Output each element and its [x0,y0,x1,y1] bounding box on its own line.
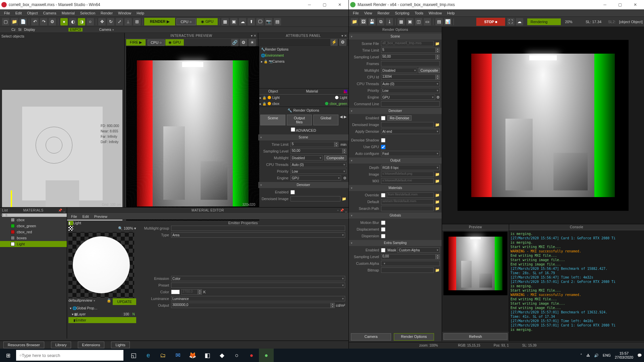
denoised-path[interactable] [290,196,340,201]
menu-window[interactable]: Window [115,10,134,16]
emission-dd[interactable]: Color [171,276,345,281]
prev-icon[interactable]: ◀ [340,115,342,125]
r-cloud-icon[interactable]: ☁ [516,18,523,25]
tray-vol-icon[interactable]: 🔊 [592,353,601,358]
tray-net-icon[interactable]: 🖧 [584,353,592,357]
rmenu-file[interactable]: File [350,10,362,16]
r-close[interactable]: ✕ [628,0,643,9]
render-task-icon[interactable]: ● [259,349,274,362]
mat-cbox[interactable]: cbox [0,217,67,223]
priority-dd[interactable]: Low [290,169,346,174]
menu-edit[interactable]: Edit [13,10,24,16]
search-box[interactable]: ○ [16,350,123,361]
output-input[interactable]: 3000000,0 [171,303,331,308]
browse-icon[interactable]: 📁 [342,197,346,201]
explorer-icon[interactable]: 🗂 [156,349,170,362]
menu-camera[interactable]: Camera [41,10,59,16]
mat-light[interactable]: Light [0,241,67,247]
move-icon[interactable]: ✥ [98,18,106,25]
menu-object[interactable]: Object [24,10,41,16]
tray-lang[interactable]: ENG [601,353,613,357]
tree-layer[interactable]: ▾ ▦ Layer100N [68,311,136,317]
studio-titlebar[interactable]: cornell_box_maxwell.mxs - Maxwell Studio… [0,0,348,9]
tree-render-options[interactable]: 🔧 Render Options [260,46,347,52]
sphere4-icon[interactable]: ○ [87,18,94,25]
r-open-icon[interactable]: 📁 [351,18,358,25]
mail-icon[interactable]: ✉ [170,349,185,362]
new-icon[interactable]: ▢ [2,18,9,25]
render-gpu-button[interactable]: ◉ GPU [197,18,218,25]
bt-extensions[interactable]: Extensions [78,342,105,348]
mat-green[interactable]: cbox_green [0,223,67,229]
mat-red[interactable]: cbox_red [0,229,67,235]
mat-boxes[interactable]: boxes [0,235,67,241]
app3-icon[interactable]: ○ [229,349,244,362]
monitor-icon[interactable]: 🖵 [256,18,264,25]
denoiser-enabled[interactable] [290,190,295,194]
tab-output[interactable]: Output files [287,115,312,125]
advanced-checkbox[interactable] [291,127,295,132]
tab-scene[interactable]: Scene [260,115,285,125]
maximize-button[interactable]: ▢ [317,0,332,9]
engine-dd[interactable]: GPU [290,175,341,181]
color-swatch[interactable] [171,290,180,294]
undo-icon[interactable]: ↶ [31,18,39,25]
r-maximize[interactable]: ▢ [612,0,628,9]
viewport[interactable]: FD: 800.000 Near: 8.655 Far: Infinity Do… [2,90,122,221]
preview-mode-dd[interactable]: defaultpreview [68,298,105,305]
camera-icon[interactable]: 📷 [265,18,272,25]
render-cpu-button[interactable]: CPU ○ [176,18,196,25]
refresh-button[interactable]: Refresh [443,333,507,340]
r-merge-icon[interactable]: ⧉ [377,18,384,25]
footer-camera[interactable]: Camera [351,333,391,341]
r-img-icon[interactable]: 🖼 [360,18,367,25]
me-preview[interactable]: Preview [92,214,110,219]
r-view2-icon[interactable]: ▣ [406,18,414,25]
r-crop-icon[interactable]: ◫ [415,18,422,25]
cloud-icon[interactable]: ☁ [239,18,246,25]
start-button[interactable]: ⊞ [0,349,16,362]
axis-icon[interactable]: ⟂ [124,18,132,25]
material-name[interactable]: Light [73,221,136,225]
studio-task-icon[interactable]: ● [244,349,259,362]
rmenu-view[interactable]: View [362,10,375,16]
r-sec-scene[interactable]: Scene [349,34,442,40]
r-view1-icon[interactable]: ▦ [397,18,405,25]
r-region-icon[interactable]: ▭ [424,18,431,25]
app2-icon[interactable]: ◆ [215,349,229,362]
cputhreads-dd[interactable]: Auto (0) [290,162,346,167]
tree-emitter[interactable]: ▮ Emitter [68,317,136,323]
me-edit[interactable]: Edit [80,214,92,219]
r-export-icon[interactable]: ⤓ [386,18,393,25]
redo-icon[interactable]: ↷ [40,18,47,25]
menu-file[interactable]: File [1,10,13,16]
type-dd[interactable]: Area [171,232,345,238]
console[interactable]: is merging.[27/March/2020 15:56:47] Card… [509,230,644,341]
panel-icon[interactable]: ▤ [274,18,281,25]
tree-camera[interactable]: ▸ 🔒 📷 Camera [260,58,347,64]
me-file[interactable]: File [68,214,80,219]
tab-global[interactable]: Global [313,115,338,125]
sun-icon[interactable]: ☀ [249,39,256,46]
snap-icon[interactable]: ⊞ [133,18,141,25]
footer-render-options[interactable]: Render Options [394,333,434,341]
render-titlebar[interactable]: Maxwell Render - x64 - cornell_box_maxwe… [349,0,644,9]
obj-row-cbox[interactable]: ▸ 🔒 cboxcbox_green [258,101,348,107]
rotate-icon[interactable]: ↻ [107,18,114,25]
grid-icon[interactable]: ▦ [221,18,229,25]
menu-render[interactable]: Render [98,10,115,16]
multilight-dd[interactable]: Disabled [290,155,323,161]
link-icon[interactable]: 🔗 [231,39,238,46]
scene-browse-icon[interactable]: 📁 [435,42,440,46]
rmenu-window[interactable]: Window [426,10,444,16]
sampling-input[interactable]: 50,00 [290,148,342,154]
obj-row-light[interactable]: ▸ 🔒 LightLight [258,95,348,101]
gear-icon[interactable]: ⚙ [240,39,247,46]
tray-time[interactable]: 15:57 [615,351,633,355]
taskview-icon[interactable]: ◱ [126,349,141,362]
r-minimize[interactable]: ─ [597,0,612,9]
sphere2-icon[interactable]: ◐ [69,18,76,25]
firefox-icon[interactable]: 🦊 [185,349,200,362]
update-button[interactable]: UPDATE [113,298,136,305]
rmenu-help[interactable]: Help [444,10,458,16]
